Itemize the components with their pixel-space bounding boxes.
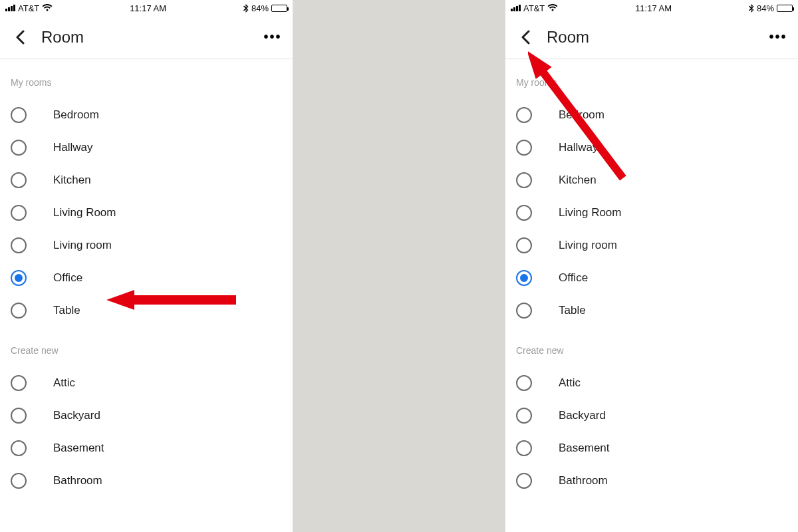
section-my-rooms: My rooms bbox=[0, 59, 293, 98]
section-create-new: Create new bbox=[0, 327, 293, 366]
bluetooth-icon bbox=[749, 4, 754, 13]
room-label: Bedroom bbox=[53, 108, 99, 122]
room-option-backyard[interactable]: Backyard bbox=[0, 399, 293, 432]
room-label: Office bbox=[559, 271, 588, 285]
header: Room ••• bbox=[0, 16, 293, 59]
room-option-basement[interactable]: Basement bbox=[0, 432, 293, 464]
chevron-left-icon bbox=[521, 30, 530, 45]
room-option-table[interactable]: Table bbox=[0, 294, 293, 327]
room-option-kitchen[interactable]: Kitchen bbox=[505, 164, 798, 196]
carrier-label: AT&T bbox=[18, 3, 39, 13]
signal-icon bbox=[5, 5, 15, 11]
section-create-new: Create new bbox=[505, 327, 798, 366]
room-label: Table bbox=[559, 304, 586, 317]
radio-icon bbox=[516, 172, 532, 188]
radio-icon bbox=[11, 303, 27, 319]
radio-icon bbox=[516, 107, 532, 123]
room-option-backyard[interactable]: Backyard bbox=[505, 399, 798, 432]
radio-icon bbox=[11, 440, 27, 456]
status-bar: AT&T 11:17 AM 84% bbox=[505, 0, 798, 16]
radio-icon bbox=[11, 270, 27, 286]
battery-pct: 84% bbox=[757, 3, 774, 13]
header: Room ••• bbox=[505, 16, 798, 59]
radio-icon bbox=[11, 172, 27, 188]
chevron-left-icon bbox=[15, 30, 25, 45]
room-label: Hallway bbox=[559, 141, 598, 154]
room-label: Backyard bbox=[559, 409, 606, 422]
page-title: Room bbox=[547, 28, 589, 47]
room-option-basement[interactable]: Basement bbox=[505, 432, 798, 464]
bluetooth-icon bbox=[243, 4, 249, 13]
room-option-living-room[interactable]: Living Room bbox=[0, 196, 293, 229]
room-label: Kitchen bbox=[559, 174, 597, 187]
carrier-label: AT&T bbox=[523, 3, 545, 13]
room-label: Living room bbox=[53, 239, 112, 252]
room-option-bathroom[interactable]: Bathroom bbox=[0, 464, 293, 497]
radio-icon bbox=[516, 237, 532, 253]
room-option-living-room[interactable]: Living room bbox=[0, 229, 293, 261]
room-option-attic[interactable]: Attic bbox=[0, 366, 293, 399]
my-rooms-list: BedroomHallwayKitchenLiving RoomLiving r… bbox=[505, 98, 798, 327]
room-label: Table bbox=[53, 304, 80, 317]
room-label: Kitchen bbox=[53, 174, 91, 187]
status-bar: AT&T 11:17 AM 84% bbox=[0, 0, 293, 16]
page-title: Room bbox=[41, 28, 84, 47]
signal-icon bbox=[511, 5, 521, 11]
create-new-list: AtticBackyardBasementBathroom bbox=[0, 366, 293, 497]
radio-icon bbox=[516, 205, 532, 221]
radio-icon bbox=[516, 473, 532, 489]
room-label: Hallway bbox=[53, 141, 93, 154]
room-option-living-room[interactable]: Living room bbox=[505, 229, 798, 261]
radio-icon bbox=[516, 140, 532, 156]
room-label: Basement bbox=[559, 442, 610, 455]
gap bbox=[293, 0, 505, 532]
radio-icon bbox=[11, 140, 27, 156]
clock: 11:17 AM bbox=[558, 3, 749, 13]
room-option-hallway[interactable]: Hallway bbox=[505, 131, 798, 164]
more-button[interactable]: ••• bbox=[766, 25, 790, 49]
section-my-rooms: My rooms bbox=[505, 59, 798, 98]
room-label: Office bbox=[53, 271, 82, 285]
radio-icon bbox=[11, 408, 27, 424]
room-label: Bathroom bbox=[559, 474, 608, 487]
room-option-table[interactable]: Table bbox=[505, 294, 798, 327]
room-option-bedroom[interactable]: Bedroom bbox=[505, 98, 798, 131]
room-option-living-room[interactable]: Living Room bbox=[505, 196, 798, 229]
room-option-office[interactable]: Office bbox=[0, 261, 293, 294]
room-label: Backyard bbox=[53, 409, 100, 422]
radio-icon bbox=[11, 237, 27, 253]
battery-icon bbox=[777, 5, 793, 12]
room-label: Attic bbox=[559, 376, 581, 390]
back-button[interactable] bbox=[513, 25, 537, 49]
wifi-icon bbox=[42, 4, 53, 12]
room-label: Bathroom bbox=[53, 474, 102, 487]
more-button[interactable]: ••• bbox=[261, 25, 285, 49]
room-label: Basement bbox=[53, 442, 104, 455]
room-label: Living Room bbox=[53, 206, 116, 219]
radio-icon bbox=[516, 375, 532, 391]
radio-icon bbox=[516, 440, 532, 456]
room-option-office[interactable]: Office bbox=[505, 261, 798, 294]
room-label: Living room bbox=[559, 239, 617, 252]
radio-icon bbox=[11, 473, 27, 489]
radio-icon bbox=[516, 270, 532, 286]
room-option-bedroom[interactable]: Bedroom bbox=[0, 98, 293, 131]
room-label: Attic bbox=[53, 376, 75, 390]
phone-right: AT&T 11:17 AM 84% Room ••• My rooms Bedr… bbox=[505, 0, 798, 532]
back-button[interactable] bbox=[8, 25, 32, 49]
phone-left: AT&T 11:17 AM 84% Room ••• My rooms Bedr… bbox=[0, 0, 293, 532]
room-option-bathroom[interactable]: Bathroom bbox=[505, 464, 798, 497]
wifi-icon bbox=[547, 4, 558, 12]
create-new-list: AtticBackyardBasementBathroom bbox=[505, 366, 798, 497]
room-option-kitchen[interactable]: Kitchen bbox=[0, 164, 293, 196]
radio-icon bbox=[516, 408, 532, 424]
room-option-attic[interactable]: Attic bbox=[505, 366, 798, 399]
clock: 11:17 AM bbox=[53, 3, 243, 13]
room-option-hallway[interactable]: Hallway bbox=[0, 131, 293, 164]
my-rooms-list: BedroomHallwayKitchenLiving RoomLiving r… bbox=[0, 98, 293, 327]
radio-icon bbox=[11, 375, 27, 391]
radio-icon bbox=[11, 107, 27, 123]
radio-icon bbox=[11, 205, 27, 221]
battery-icon bbox=[271, 5, 287, 12]
battery-pct: 84% bbox=[251, 3, 269, 13]
